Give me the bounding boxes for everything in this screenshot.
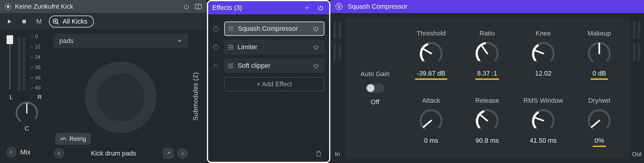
chevron-down-icon bbox=[177, 38, 182, 44]
back-icon[interactable] bbox=[303, 3, 312, 12]
svg-line-7 bbox=[57, 23, 58, 24]
play-button[interactable] bbox=[4, 16, 14, 27]
attack-knob[interactable]: Attack 0 ms bbox=[403, 88, 459, 155]
drag-handle-icon[interactable] bbox=[228, 27, 234, 31]
svg-point-11 bbox=[97, 73, 145, 121]
effect-name: Squash Compressor bbox=[238, 25, 307, 33]
knob-grid: Threshold -39.87 dB Ratio 8.37 :1 Auto G… bbox=[345, 17, 630, 159]
pan-knob[interactable] bbox=[14, 100, 40, 126]
add-effect-label: + Add Effect bbox=[257, 80, 292, 88]
mix-back-button[interactable] bbox=[6, 147, 17, 158]
knob-value: 8.37 :1 bbox=[475, 70, 499, 80]
kicks-label: All Kicks bbox=[63, 18, 87, 25]
add-effect-button[interactable]: + Add Effect bbox=[224, 77, 324, 91]
knob-label: RMS Window bbox=[523, 97, 563, 104]
effect-item-clipper[interactable]: Soft clipper bbox=[224, 59, 324, 73]
knob-label: Release bbox=[475, 97, 499, 104]
effect-name: Soft clipper bbox=[238, 62, 307, 70]
power-icon[interactable] bbox=[182, 2, 191, 11]
retrig-button[interactable]: Retrig bbox=[55, 133, 91, 144]
effects-list: Squash Compressor Limiter bbox=[208, 14, 329, 147]
svg-rect-4 bbox=[22, 20, 26, 23]
drag-handle-icon[interactable] bbox=[228, 64, 233, 68]
knob-label: Makeup bbox=[588, 30, 611, 37]
compressor-icon bbox=[212, 43, 220, 51]
knob-value: 0% bbox=[593, 137, 606, 147]
effects-panel: Effects (3) Squash Compressor bbox=[207, 0, 330, 163]
power-icon[interactable] bbox=[312, 43, 321, 52]
threshold-knob[interactable]: Threshold -39.87 dB bbox=[403, 21, 459, 88]
pads-title: Kick drum pads bbox=[68, 150, 159, 157]
svg-point-6 bbox=[55, 20, 56, 22]
knob-value: -39.87 dB bbox=[415, 70, 447, 80]
compressor-icon bbox=[212, 24, 220, 33]
knob-value: 0 dB bbox=[591, 70, 608, 80]
effect-name: Limiter bbox=[238, 43, 307, 51]
autogain-label: Auto Gain bbox=[360, 70, 390, 78]
drum-pad[interactable] bbox=[76, 53, 165, 142]
input-meter: In bbox=[330, 13, 345, 163]
effect-item-limiter[interactable]: Limiter bbox=[224, 40, 324, 54]
transport-bar: M All Kicks bbox=[0, 13, 207, 30]
module-header: Keine Zunkufnt Kick bbox=[0, 0, 207, 13]
meter-bar bbox=[23, 37, 26, 91]
effects-title: Effects (3) bbox=[212, 4, 299, 12]
pads-column: pads Retrig bbox=[51, 30, 207, 163]
columns-icon[interactable] bbox=[194, 2, 203, 11]
kicks-selector[interactable]: All Kicks bbox=[49, 16, 94, 27]
release-knob[interactable]: Release 90.8 ms bbox=[459, 88, 515, 155]
drywet-knob[interactable]: Dry/wet 0% bbox=[571, 88, 627, 155]
volume-fader[interactable] bbox=[6, 35, 14, 90]
makeup-knob[interactable]: Makeup 0 dB bbox=[571, 21, 627, 88]
pads-back-button[interactable] bbox=[54, 148, 64, 159]
in-label: In bbox=[335, 151, 340, 163]
trash-icon[interactable] bbox=[315, 150, 324, 159]
knee-knob[interactable]: Knee 12.02 bbox=[515, 21, 571, 88]
popout-button[interactable] bbox=[163, 148, 174, 159]
submodules-tab[interactable]: Submodules (2) bbox=[189, 30, 202, 163]
power-icon[interactable] bbox=[311, 24, 320, 33]
knob-label: Attack bbox=[422, 97, 440, 104]
mix-column: 0 12 24 36 48 60 L R bbox=[0, 30, 51, 163]
ratio-knob[interactable]: Ratio 8.37 :1 bbox=[459, 21, 515, 88]
stop-button[interactable] bbox=[19, 16, 29, 27]
power-icon[interactable] bbox=[316, 3, 325, 12]
knob-value: 12.02 bbox=[533, 70, 553, 80]
fader-ruler: 0 12 24 36 48 60 bbox=[30, 34, 47, 91]
retrig-label: Retrig bbox=[69, 135, 86, 142]
knob-label: Knee bbox=[535, 30, 551, 37]
autogain-state: Off bbox=[371, 98, 380, 106]
detail-title: Squash Compressor bbox=[348, 3, 408, 10]
knob-label: Threshold bbox=[417, 30, 446, 37]
submodules-label: Submodules (2) bbox=[192, 72, 199, 121]
knob-label: Dry/wet bbox=[588, 97, 611, 104]
svg-point-1 bbox=[7, 5, 10, 8]
pan-right-label: R bbox=[38, 94, 42, 101]
autogain-control: Auto Gain Off bbox=[347, 21, 403, 155]
retrig-icon bbox=[60, 137, 66, 141]
module-icon bbox=[4, 3, 12, 10]
module-body: 0 12 24 36 48 60 L R bbox=[0, 30, 207, 163]
module-panel: Keine Zunkufnt Kick M All Kicks bbox=[0, 0, 207, 163]
pan-center-label: C bbox=[6, 125, 48, 132]
rms-knob[interactable]: RMS Window 41.50 ms bbox=[515, 88, 571, 155]
drag-handle-icon[interactable] bbox=[228, 45, 233, 50]
knob-label: Ratio bbox=[479, 30, 495, 37]
module-title: Keine Zunkufnt Kick bbox=[15, 3, 179, 10]
pads-next-button[interactable] bbox=[177, 148, 188, 159]
effects-header: Effects (3) bbox=[208, 1, 329, 14]
knob-value: 0 ms bbox=[422, 137, 440, 147]
effect-item-squash[interactable]: Squash Compressor bbox=[224, 21, 324, 36]
pan-left-label: L bbox=[10, 94, 13, 101]
mute-button[interactable]: M bbox=[34, 16, 44, 27]
clipper-icon bbox=[212, 61, 220, 70]
autogain-toggle[interactable] bbox=[366, 83, 385, 93]
knob-value: 41.50 ms bbox=[528, 137, 559, 147]
power-icon[interactable] bbox=[312, 61, 321, 70]
pads-dropdown-label: pads bbox=[59, 37, 74, 45]
out-label: Out bbox=[632, 151, 642, 163]
detail-panel: Squash Compressor In Threshold -39.87 dB bbox=[330, 0, 644, 163]
meter-bar bbox=[18, 37, 21, 91]
pads-dropdown[interactable]: pads bbox=[54, 34, 188, 48]
effect-glyph-icon bbox=[335, 3, 343, 10]
